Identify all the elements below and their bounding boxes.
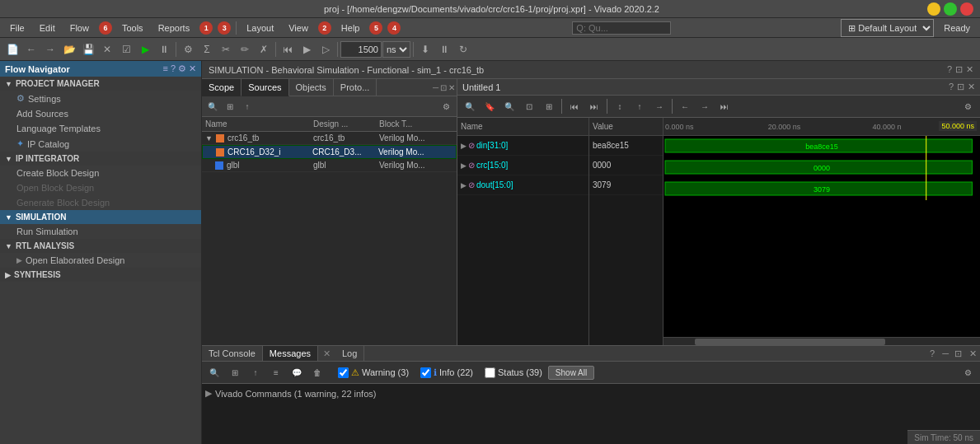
wave-up-btn[interactable]: ↑ (631, 97, 649, 115)
console-expand-arrow[interactable]: ▶ (205, 388, 212, 399)
tab-objects[interactable]: Objects (289, 79, 334, 96)
synthesis-header[interactable]: ▶ SYNTHESIS (0, 268, 201, 282)
wave-float-icon[interactable]: ⊡ (957, 82, 964, 92)
console-float-icon[interactable]: ⊡ (953, 348, 964, 359)
status-checkbox[interactable] (485, 367, 495, 378)
flow-nav-settings[interactable]: ⚙ (178, 63, 186, 74)
menu-layout[interactable]: Layout (240, 21, 280, 35)
show-all-button[interactable]: Show All (548, 366, 594, 380)
wave-bookmark[interactable]: 🔖 (481, 97, 499, 115)
tb-run-btn[interactable]: ▶ (136, 40, 154, 58)
wave-signal-din[interactable]: ▶ ⊘ din[31:0] (457, 136, 588, 156)
tab-messages[interactable]: Messages (263, 346, 318, 361)
nav-run-simulation[interactable]: Run Simulation (0, 224, 201, 239)
menu-flow[interactable]: Flow (63, 21, 96, 35)
tb-pencil-btn[interactable]: ✏ (236, 40, 254, 58)
minimize-button[interactable] (927, 2, 940, 16)
tb-settings-btn[interactable]: ⚙ (179, 40, 197, 58)
layout-select[interactable]: ⊞ Default Layout (841, 19, 934, 37)
wave-scrollbar-thumb[interactable] (695, 339, 884, 345)
tb-forward-btn[interactable]: → (41, 40, 59, 58)
tb-step-start-btn[interactable]: ⏮ (279, 40, 297, 58)
nav-ip-catalog[interactable]: ✦ IP Catalog (0, 136, 201, 152)
tb-play-mode-btn[interactable]: ▷ (317, 40, 335, 58)
close-button[interactable] (960, 2, 973, 16)
wave-graph[interactable]: 0.000 ns 20.000 ns 40.000 n 50.000 ns (663, 118, 980, 345)
tb-pause-btn[interactable]: ⏸ (155, 40, 173, 58)
scope-row-crc16d32[interactable]: CRC16_D32_i CRC16_D3... Verilog Mo... (202, 145, 457, 159)
wave-signal-crc[interactable]: ▶ ⊘ crc[15:0] (457, 156, 588, 175)
flow-nav-close[interactable]: ✕ (189, 63, 196, 74)
scope-row-glbl[interactable]: glbl glbl Verilog Mo... (202, 159, 457, 172)
nav-open-elaborated[interactable]: ▶ Open Elaborated Design (0, 253, 201, 268)
wave-end-btn[interactable]: ⏭ (715, 97, 734, 115)
nav-settings[interactable]: ⚙ Settings (0, 91, 201, 106)
tb-down-arrow-btn[interactable]: ⬇ (416, 40, 434, 58)
nav-add-sources[interactable]: Add Sources (0, 106, 201, 121)
console-msg-btn[interactable]: 💬 (288, 363, 306, 381)
maximize-button[interactable] (944, 2, 957, 16)
tb-new-btn[interactable]: 📄 (3, 40, 21, 58)
ip-integrator-header[interactable]: ▼ IP INTEGRATOR (0, 152, 201, 166)
console-up-btn[interactable]: ↑ (246, 363, 265, 381)
tb-close-btn[interactable]: ✕ (98, 40, 116, 58)
console-question-icon[interactable]: ? (926, 348, 938, 358)
tb-x-btn[interactable]: ✗ (255, 40, 273, 58)
tab-sources[interactable]: Sources (241, 79, 288, 96)
console-expand-btn[interactable]: ⊞ (226, 363, 244, 381)
warning-check-label[interactable]: ⚠ Warning (3) (338, 367, 409, 378)
wave-signal-dout[interactable]: ▶ ⊘ dout[15:0] (457, 175, 588, 195)
window-controls[interactable] (927, 2, 973, 16)
wave-close-icon[interactable]: ✕ (968, 82, 975, 92)
wave-zoom-out[interactable]: 🔍 (500, 97, 518, 115)
info-check-label[interactable]: ℹ Info (22) (420, 367, 473, 378)
scope-close-icon[interactable]: ✕ (448, 83, 455, 92)
wave-right-btn[interactable]: → (650, 97, 668, 115)
wave-back-btn[interactable]: ← (676, 97, 694, 115)
scope-float-icon[interactable]: ⊡ (440, 83, 447, 92)
tb-play-btn[interactable]: ▶ (298, 40, 316, 58)
rtl-analysis-header[interactable]: ▼ RTL ANALYSIS (0, 239, 201, 253)
menu-reports[interactable]: Reports (152, 21, 197, 35)
tb-open-btn[interactable]: 📂 (60, 40, 78, 58)
search-input[interactable] (572, 21, 671, 35)
wave-next-edge[interactable]: ⏭ (585, 97, 603, 115)
console-filter-btn[interactable]: ≡ (267, 363, 285, 381)
menu-view[interactable]: View (282, 21, 315, 35)
scope-search-btn[interactable]: 🔍 (205, 99, 220, 114)
menu-tools[interactable]: Tools (115, 21, 150, 35)
console-delete-btn[interactable]: 🗑 (308, 363, 326, 381)
nav-create-block-design[interactable]: Create Block Design (0, 166, 201, 180)
tab-scope[interactable]: Scope (202, 79, 241, 96)
wave-fit-all[interactable]: ⊞ (540, 97, 558, 115)
console-close-icon[interactable]: ✕ (966, 348, 980, 359)
tb-save-btn[interactable]: 💾 (79, 40, 97, 58)
menu-help[interactable]: Help (335, 21, 367, 35)
wave-settings-btn[interactable]: ⚙ (959, 97, 977, 115)
tb-cut-btn[interactable]: ✂ (217, 40, 235, 58)
wave-zoom-in[interactable]: 🔍 (461, 97, 479, 115)
status-check-label[interactable]: Status (39) (485, 367, 542, 378)
tb-sigma-btn[interactable]: Σ (198, 40, 216, 58)
wave-prev-edge[interactable]: ⏮ (565, 97, 584, 115)
wave-fwd-btn[interactable]: → (696, 97, 714, 115)
tab-proto[interactable]: Proto... (334, 79, 377, 96)
sim-unit-select[interactable]: ns ps us (382, 41, 410, 58)
tab-tcl-console[interactable]: Tcl Console (202, 346, 263, 361)
console-min-icon[interactable]: ─ (940, 348, 950, 358)
sim-time-input[interactable] (340, 41, 382, 58)
project-manager-header[interactable]: ▼ PROJECT MANAGER (0, 77, 201, 91)
wave-question-icon[interactable]: ? (949, 82, 954, 92)
nav-language-templates[interactable]: Language Templates (0, 121, 201, 136)
tb-check-btn[interactable]: ☑ (117, 40, 135, 58)
scope-up-btn[interactable]: ↑ (240, 99, 255, 114)
console-search-btn[interactable]: 🔍 (205, 363, 223, 381)
info-checkbox[interactable] (420, 367, 431, 378)
tab-log[interactable]: Log (335, 346, 364, 361)
sim-close-icon[interactable]: ✕ (966, 64, 973, 75)
sim-float-icon[interactable]: ⊡ (955, 64, 963, 75)
console-settings-btn[interactable]: ⚙ (959, 363, 977, 381)
flow-nav-question[interactable]: ? (171, 63, 176, 74)
scope-filter-btn[interactable]: ⊞ (223, 99, 237, 114)
tb-back-btn[interactable]: ← (22, 40, 40, 58)
